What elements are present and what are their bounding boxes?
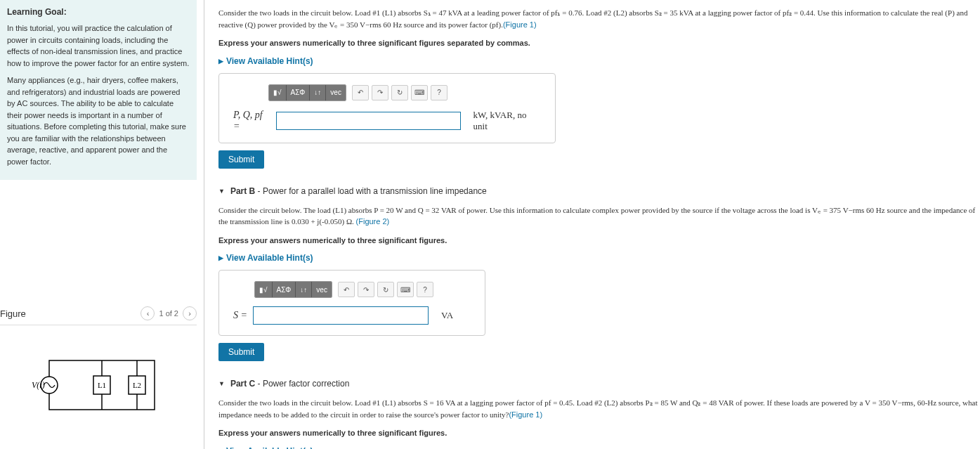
part-b-submit-button[interactable]: Submit [218, 343, 264, 361]
greek-icon[interactable]: ΑΣΦ [287, 85, 311, 100]
vector-icon[interactable]: vec [326, 85, 346, 100]
part-b-text: Consider the circuit below. The load (L1… [218, 204, 980, 228]
reset-icon[interactable]: ↻ [391, 85, 408, 100]
keyboard-icon[interactable]: ⌨ [411, 85, 428, 100]
learning-goal-box: Learning Goal: In this tutorial, you wil… [0, 0, 197, 180]
part-c-block: Part C - Power factor correction Conside… [218, 379, 980, 449]
part-b-toolbar: ▮√ ΑΣΦ ↓↑ vec ↶ ↷ ↻ ⌨ ? [254, 281, 433, 298]
part-b-answer-unit: VA [441, 310, 453, 321]
part-b-hints-toggle[interactable]: View Available Hint(s) [218, 253, 980, 263]
figure-prev-button[interactable]: ‹ [141, 306, 155, 320]
learning-goal-p2: Many appliances (e.g., hair dryers, coff… [7, 74, 190, 167]
reset-icon[interactable]: ↻ [377, 282, 394, 297]
circuit-diagram: L1 L2 V(t) [28, 346, 169, 433]
figure-2-link[interactable]: (Figure 2) [356, 217, 390, 226]
subscript-icon[interactable]: ↓↑ [296, 282, 312, 297]
part-b-answer-input[interactable] [253, 306, 429, 325]
circuit-source-label: V(t) [32, 380, 45, 390]
part-c-text: Consider the two loads in the circuit be… [218, 397, 980, 420]
undo-icon[interactable]: ↶ [352, 85, 369, 100]
part-a-answer-unit: kW, kVAR, no unit [473, 110, 541, 132]
part-c-header[interactable]: Part C - Power factor correction [218, 379, 980, 389]
figure-1-link-c[interactable]: (Figure 1) [509, 410, 542, 419]
undo-icon[interactable]: ↶ [338, 282, 355, 297]
learning-goal-heading: Learning Goal: [7, 7, 190, 17]
greek-icon[interactable]: ΑΣΦ [273, 282, 296, 297]
part-a-toolbar: ▮√ ΑΣΦ ↓↑ vec ↶ ↷ ↻ ⌨ ? [268, 84, 447, 101]
part-c-hints-toggle[interactable]: View Available Hint(s) [218, 446, 980, 450]
template-icon[interactable]: ▮√ [269, 85, 287, 100]
learning-goal-p1: In this tutorial, you will practice the … [7, 22, 190, 69]
part-a-answer-label: P, Q, pf = [233, 110, 270, 132]
keyboard-icon[interactable]: ⌨ [397, 282, 414, 297]
part-b-header[interactable]: Part B - Power for a parallel load with … [218, 186, 980, 196]
part-a-instruct: Express your answers numerically to thre… [218, 37, 980, 49]
part-a-hints-toggle[interactable]: View Available Hint(s) [218, 56, 980, 66]
circuit-l1-label: L1 [98, 381, 106, 389]
help-icon[interactable]: ? [431, 85, 447, 100]
template-icon[interactable]: ▮√ [255, 282, 273, 297]
part-a-answer-box: ▮√ ΑΣΦ ↓↑ vec ↶ ↷ ↻ ⌨ ? P, Q, pf = kW, k… [218, 73, 556, 143]
subscript-icon[interactable]: ↓↑ [310, 85, 326, 100]
help-icon[interactable]: ? [417, 282, 433, 297]
redo-icon[interactable]: ↷ [358, 282, 374, 297]
figure-counter: 1 of 2 [159, 309, 178, 318]
redo-icon[interactable]: ↷ [372, 85, 388, 100]
vector-icon[interactable]: vec [312, 282, 332, 297]
figure-title: Figure [0, 308, 26, 319]
part-b-instruct: Express your answers numerically to thre… [218, 235, 980, 247]
part-c-instruct: Express your answers numerically to thre… [218, 427, 980, 439]
part-b-block: Part B - Power for a parallel load with … [218, 186, 980, 362]
part-a-text: Consider the two loads in the circuit be… [218, 7, 980, 30]
circuit-l2-label: L2 [133, 381, 141, 389]
part-a-block: Consider the two loads in the circuit be… [218, 7, 980, 169]
part-a-submit-button[interactable]: Submit [218, 150, 264, 169]
part-b-answer-box: ▮√ ΑΣΦ ↓↑ vec ↶ ↷ ↻ ⌨ ? S = VA [218, 270, 485, 336]
part-a-answer-input[interactable] [276, 112, 460, 130]
part-b-answer-label: S = [233, 310, 247, 321]
figure-1-link[interactable]: (Figure 1) [503, 20, 537, 29]
figure-next-button[interactable]: › [183, 306, 197, 320]
